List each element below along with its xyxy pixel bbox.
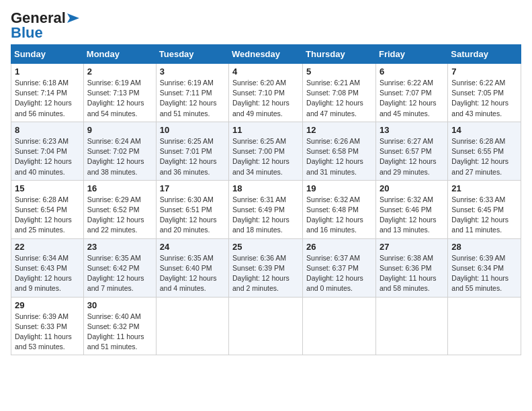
day-detail: Sunrise: 6:22 AMSunset: 7:07 PMDaylight:… (380, 78, 444, 119)
day-number: 20 (380, 183, 444, 193)
calendar-cell: 11 Sunrise: 6:25 AMSunset: 7:00 PMDaylig… (229, 122, 303, 180)
calendar-cell: 25 Sunrise: 6:36 AMSunset: 6:39 PMDaylig… (229, 238, 303, 297)
calendar-cell: 12 Sunrise: 6:26 AMSunset: 6:58 PMDaylig… (303, 122, 376, 180)
calendar-cell: 7 Sunrise: 6:22 AMSunset: 7:05 PMDayligh… (448, 64, 521, 122)
calendar-table: SundayMondayTuesdayWednesdayThursdayFrid… (11, 44, 521, 355)
weekday-header: Wednesday (229, 45, 303, 64)
calendar-cell: 15 Sunrise: 6:28 AMSunset: 6:54 PMDaylig… (11, 180, 84, 238)
calendar-cell: 18 Sunrise: 6:31 AMSunset: 6:49 PMDaylig… (229, 180, 303, 238)
day-number: 1 (15, 66, 80, 77)
calendar-cell: 22 Sunrise: 6:34 AMSunset: 6:43 PMDaylig… (11, 238, 84, 297)
day-detail: Sunrise: 6:23 AMSunset: 7:04 PMDaylight:… (15, 136, 80, 177)
day-number: 13 (380, 125, 444, 135)
day-number: 27 (380, 242, 444, 252)
logo-icon (67, 13, 79, 23)
day-detail: Sunrise: 6:22 AMSunset: 7:05 PMDaylight:… (451, 78, 517, 119)
day-detail: Sunrise: 6:36 AMSunset: 6:39 PMDaylight:… (232, 253, 299, 294)
calendar-cell: 28 Sunrise: 6:39 AMSunset: 6:34 PMDaylig… (448, 238, 521, 297)
day-detail: Sunrise: 6:24 AMSunset: 7:02 PMDaylight:… (87, 136, 152, 177)
weekday-header: Sunday (11, 45, 84, 64)
day-number: 2 (87, 66, 152, 77)
logo: General Blue (11, 11, 79, 40)
logo-general: General (11, 11, 66, 26)
day-detail: Sunrise: 6:19 AMSunset: 7:11 PMDaylight:… (160, 78, 225, 119)
calendar-cell (375, 297, 447, 355)
day-number: 8 (15, 125, 80, 135)
day-detail: Sunrise: 6:28 AMSunset: 6:54 PMDaylight:… (15, 195, 80, 236)
day-number: 22 (15, 242, 80, 252)
logo-blue: Blue (11, 26, 43, 40)
calendar-week-row: 22 Sunrise: 6:34 AMSunset: 6:43 PMDaylig… (11, 238, 521, 297)
day-number: 21 (451, 183, 517, 193)
day-detail: Sunrise: 6:32 AMSunset: 6:46 PMDaylight:… (380, 195, 444, 236)
calendar-cell: 21 Sunrise: 6:33 AMSunset: 6:45 PMDaylig… (448, 180, 521, 238)
day-detail: Sunrise: 6:28 AMSunset: 6:55 PMDaylight:… (451, 136, 517, 177)
day-number: 18 (232, 183, 299, 193)
calendar-cell (448, 297, 521, 355)
day-detail: Sunrise: 6:39 AMSunset: 6:34 PMDaylight:… (451, 253, 517, 294)
calendar-cell: 23 Sunrise: 6:35 AMSunset: 6:42 PMDaylig… (83, 238, 156, 297)
svg-marker-0 (67, 13, 79, 23)
calendar-week-row: 29 Sunrise: 6:39 AMSunset: 6:33 PMDaylig… (11, 297, 521, 355)
day-detail: Sunrise: 6:34 AMSunset: 6:43 PMDaylight:… (15, 253, 80, 294)
day-number: 16 (87, 183, 152, 193)
day-number: 6 (380, 66, 444, 77)
day-number: 17 (160, 183, 225, 193)
day-number: 11 (232, 125, 299, 135)
day-detail: Sunrise: 6:38 AMSunset: 6:36 PMDaylight:… (380, 253, 444, 294)
day-number: 19 (306, 183, 372, 193)
calendar-cell: 1 Sunrise: 6:18 AMSunset: 7:14 PMDayligh… (11, 64, 84, 122)
calendar-cell: 2 Sunrise: 6:19 AMSunset: 7:13 PMDayligh… (83, 64, 156, 122)
day-number: 29 (15, 300, 80, 310)
day-number: 7 (451, 66, 517, 77)
day-detail: Sunrise: 6:26 AMSunset: 6:58 PMDaylight:… (306, 136, 372, 177)
weekday-header: Tuesday (156, 45, 228, 64)
calendar-cell: 8 Sunrise: 6:23 AMSunset: 7:04 PMDayligh… (11, 122, 84, 180)
weekday-header: Thursday (303, 45, 376, 64)
calendar-cell: 16 Sunrise: 6:29 AMSunset: 6:52 PMDaylig… (83, 180, 156, 238)
day-number: 3 (160, 66, 225, 77)
calendar-cell: 3 Sunrise: 6:19 AMSunset: 7:11 PMDayligh… (156, 64, 228, 122)
calendar-cell: 9 Sunrise: 6:24 AMSunset: 7:02 PMDayligh… (83, 122, 156, 180)
day-detail: Sunrise: 6:39 AMSunset: 6:33 PMDaylight:… (15, 312, 80, 353)
day-number: 26 (306, 242, 372, 252)
day-detail: Sunrise: 6:18 AMSunset: 7:14 PMDaylight:… (15, 78, 80, 119)
calendar-cell (156, 297, 228, 355)
day-detail: Sunrise: 6:19 AMSunset: 7:13 PMDaylight:… (87, 78, 152, 119)
day-detail: Sunrise: 6:27 AMSunset: 6:57 PMDaylight:… (380, 136, 444, 177)
day-detail: Sunrise: 6:33 AMSunset: 6:45 PMDaylight:… (451, 195, 517, 236)
calendar-cell: 17 Sunrise: 6:30 AMSunset: 6:51 PMDaylig… (156, 180, 228, 238)
calendar-cell: 24 Sunrise: 6:35 AMSunset: 6:40 PMDaylig… (156, 238, 228, 297)
calendar-week-row: 1 Sunrise: 6:18 AMSunset: 7:14 PMDayligh… (11, 64, 521, 122)
calendar-cell: 26 Sunrise: 6:37 AMSunset: 6:37 PMDaylig… (303, 238, 376, 297)
calendar-cell: 19 Sunrise: 6:32 AMSunset: 6:48 PMDaylig… (303, 180, 376, 238)
weekday-header: Saturday (448, 45, 521, 64)
day-detail: Sunrise: 6:21 AMSunset: 7:08 PMDaylight:… (306, 78, 372, 119)
calendar-cell (303, 297, 376, 355)
calendar-cell: 20 Sunrise: 6:32 AMSunset: 6:46 PMDaylig… (375, 180, 447, 238)
calendar-cell: 5 Sunrise: 6:21 AMSunset: 7:08 PMDayligh… (303, 64, 376, 122)
day-detail: Sunrise: 6:32 AMSunset: 6:48 PMDaylight:… (306, 195, 372, 236)
day-detail: Sunrise: 6:31 AMSunset: 6:49 PMDaylight:… (232, 195, 299, 236)
day-number: 25 (232, 242, 299, 252)
weekday-header: Monday (83, 45, 156, 64)
day-detail: Sunrise: 6:30 AMSunset: 6:51 PMDaylight:… (160, 195, 225, 236)
day-number: 24 (160, 242, 225, 252)
day-number: 28 (451, 242, 517, 252)
day-number: 12 (306, 125, 372, 135)
calendar-cell: 27 Sunrise: 6:38 AMSunset: 6:36 PMDaylig… (375, 238, 447, 297)
weekday-header: Friday (375, 45, 447, 64)
calendar-cell: 29 Sunrise: 6:39 AMSunset: 6:33 PMDaylig… (11, 297, 84, 355)
day-detail: Sunrise: 6:40 AMSunset: 6:32 PMDaylight:… (87, 312, 152, 353)
day-number: 9 (87, 125, 152, 135)
calendar-cell: 30 Sunrise: 6:40 AMSunset: 6:32 PMDaylig… (83, 297, 156, 355)
day-detail: Sunrise: 6:37 AMSunset: 6:37 PMDaylight:… (306, 253, 372, 294)
day-number: 10 (160, 125, 225, 135)
calendar-cell (229, 297, 303, 355)
calendar-week-row: 8 Sunrise: 6:23 AMSunset: 7:04 PMDayligh… (11, 122, 521, 180)
day-number: 4 (232, 66, 299, 77)
calendar-cell: 6 Sunrise: 6:22 AMSunset: 7:07 PMDayligh… (375, 64, 447, 122)
day-number: 23 (87, 242, 152, 252)
day-detail: Sunrise: 6:35 AMSunset: 6:40 PMDaylight:… (160, 253, 225, 294)
page-header: General Blue (11, 11, 521, 40)
